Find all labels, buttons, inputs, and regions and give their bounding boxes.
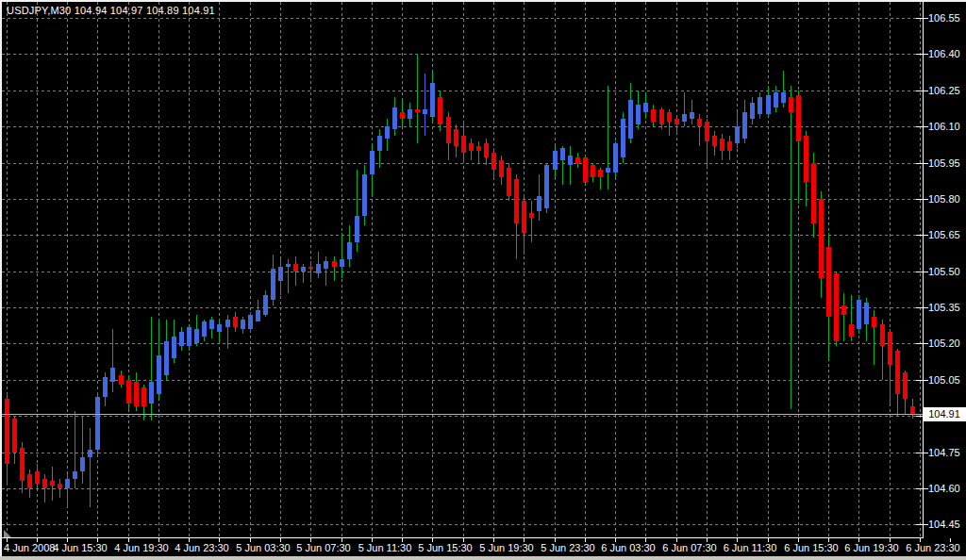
candle-down [651, 109, 656, 122]
v-gridline [250, 2, 251, 537]
candle-down [834, 273, 839, 341]
time-tick-label: 6 Jun 11:30 [724, 542, 777, 553]
candle-up [643, 103, 648, 112]
v-gridline [858, 2, 859, 537]
h-gridline [2, 18, 923, 19]
candle-up [560, 148, 565, 160]
candle-up [408, 109, 412, 119]
candle-up [544, 165, 549, 208]
price-tick-label: 104.75 [928, 447, 960, 458]
v-gridline [493, 2, 494, 537]
candle-up [157, 355, 161, 394]
candle-down [720, 139, 724, 151]
candle-up [347, 242, 352, 259]
candle-wick [112, 329, 113, 392]
candle-down [910, 406, 915, 414]
candle-up [742, 112, 747, 139]
candle-up [149, 382, 154, 404]
price-tick-label: 105.05 [928, 374, 960, 386]
candle-down [880, 324, 885, 346]
v-gridline [189, 2, 190, 537]
candle-wick [334, 256, 335, 281]
candle-down [575, 157, 580, 163]
price-tick-label: 105.35 [928, 302, 960, 313]
price-tick [916, 380, 928, 381]
candle-up [377, 136, 382, 151]
candle-down [507, 168, 511, 196]
price-scale-axis[interactable]: 104.91 106.55106.40106.25106.10105.95105… [924, 2, 966, 537]
time-tick-label: 4 Jun 15:30 [53, 542, 108, 553]
price-tick [916, 91, 928, 91]
price-tick [916, 235, 928, 236]
v-gridline [890, 2, 891, 537]
time-scale-axis[interactable]: 4 Jun 20084 Jun 15:304 Jun 19:304 Jun 23… [2, 538, 966, 556]
h-gridline [2, 307, 923, 308]
candle-up [857, 300, 861, 329]
h-gridline [2, 272, 923, 272]
candle-up [621, 119, 625, 157]
time-tick-label: 5 Jun 15:30 [418, 542, 473, 553]
candle-up [110, 368, 115, 382]
v-gridline [737, 2, 738, 537]
h-gridline [2, 524, 923, 525]
candle-down [872, 317, 876, 327]
chart-begin-marker-icon [4, 530, 11, 537]
candle-up [385, 126, 390, 139]
candle-down [134, 382, 139, 406]
v-gridline [920, 2, 921, 537]
candle-up [172, 337, 176, 358]
candle-up [179, 332, 184, 346]
price-tick-label: 104.45 [928, 519, 960, 530]
v-gridline [615, 2, 616, 537]
v-gridline [798, 2, 799, 537]
candle-wick [843, 293, 844, 341]
candle-down [50, 481, 55, 486]
candle-down [5, 399, 9, 464]
v-gridline [768, 2, 769, 537]
chart-window: USDJPY,M30 104.94 104.97 104.89 104.91 1… [0, 0, 966, 560]
candle-up [781, 92, 786, 103]
candle-up [278, 267, 283, 281]
candle-up [187, 327, 192, 346]
candle-up [628, 100, 633, 139]
candle-up [316, 264, 321, 273]
v-gridline [128, 2, 129, 537]
candle-down [42, 479, 47, 488]
v-gridline [402, 2, 403, 537]
price-tick [916, 199, 928, 200]
candle-down [27, 474, 32, 488]
h-gridline [2, 343, 923, 344]
price-tick [916, 163, 928, 164]
candle-down [712, 136, 717, 146]
candle-up [613, 143, 618, 173]
chart-plot-area[interactable] [2, 2, 924, 538]
time-tick-label: 5 Jun 23:30 [541, 542, 595, 553]
candle-down [675, 119, 679, 124]
candle-down [826, 247, 831, 317]
v-gridline [524, 2, 525, 537]
h-gridline [2, 91, 923, 91]
time-tick-label: 6 Jun 07:30 [662, 542, 717, 553]
h-gridline [2, 163, 923, 164]
price-tick [916, 343, 928, 344]
candle-up [750, 103, 755, 119]
candle-up [682, 114, 687, 122]
price-tick-label: 105.20 [928, 338, 960, 349]
candle-up [690, 112, 694, 119]
price-tick-label: 105.95 [928, 157, 960, 169]
candle-up [80, 457, 85, 471]
price-tick [916, 18, 928, 19]
candle-wick [151, 317, 152, 420]
price-tick [916, 488, 928, 489]
candle-up [225, 320, 230, 327]
candle-down [35, 471, 40, 484]
candle-up [271, 269, 275, 300]
candle-down [705, 122, 709, 141]
candle-down [400, 112, 405, 119]
candle-down [888, 332, 892, 365]
candle-down [446, 117, 451, 143]
candle-down [895, 351, 900, 394]
candle-up [65, 479, 70, 488]
v-gridline [676, 2, 677, 537]
candle-down [819, 199, 824, 278]
